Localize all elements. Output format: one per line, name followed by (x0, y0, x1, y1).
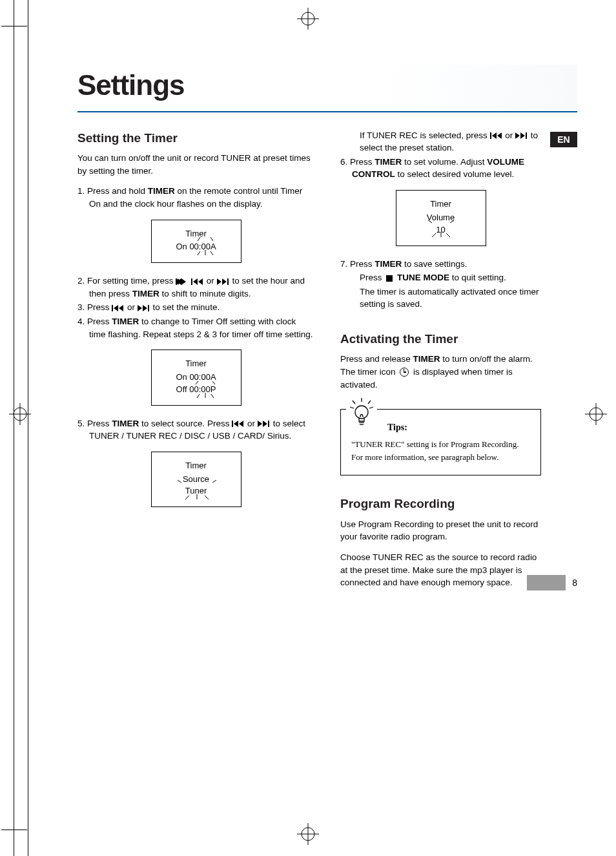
registration-mark-bottom (297, 823, 319, 848)
program-recording-body: Choose TUNER REC as the source to record… (340, 551, 541, 589)
text: 7. Press (340, 259, 375, 269)
svg-marker-27 (222, 278, 227, 285)
page-title: Settings (77, 65, 577, 106)
text-bold: TIMER (375, 259, 402, 269)
svg-line-58 (450, 220, 454, 223)
svg-line-63 (353, 401, 355, 404)
svg-rect-29 (112, 305, 113, 311)
svg-line-66 (369, 407, 373, 408)
svg-rect-23 (191, 278, 192, 285)
program-recording-intro: Use Program Recording to preset the unit… (340, 518, 541, 543)
text-bold: TUNE MODE (395, 273, 449, 282)
svg-rect-56 (526, 132, 527, 139)
display-timer-on-off: Timer On 00:00A Off 00:00P (151, 350, 241, 406)
svg-line-60 (432, 233, 436, 237)
skip-prev-icon (232, 421, 245, 427)
text: or (247, 419, 258, 428)
text: 4. Press (77, 317, 112, 326)
text: 1. Press and hold (77, 186, 148, 196)
text-bold: TIMER (132, 289, 159, 298)
heading-program-recording: Program Recording (340, 495, 541, 513)
text: Press and release (340, 354, 413, 364)
step-6: 6. Press TIMER to set volume. Adjust VOL… (340, 156, 541, 181)
step-4: 4. Press TIMER to change to Timer Off se… (77, 315, 314, 340)
skip-next-icon (217, 278, 230, 285)
svg-marker-31 (119, 305, 123, 311)
language-flag: EN (550, 132, 577, 147)
svg-line-47 (212, 480, 216, 483)
step-7-note: The timer is automatically activated onc… (340, 286, 541, 311)
text-bold: TIMER (375, 157, 402, 167)
right-continuation: If TUNER REC is selected, press or to se… (340, 129, 541, 154)
svg-line-35 (196, 381, 198, 384)
svg-line-64 (368, 401, 371, 404)
clock-icon (400, 368, 409, 377)
display-timer-volume: Timer Volume 10 (396, 190, 486, 246)
text: 6. Press (340, 157, 375, 167)
svg-marker-52 (492, 132, 497, 139)
page-tab-decoration (527, 575, 566, 590)
svg-marker-32 (138, 305, 142, 311)
svg-line-49 (185, 496, 189, 499)
tips-label: Tips: (387, 421, 530, 434)
svg-rect-28 (227, 278, 229, 285)
text: Press (360, 273, 384, 282)
text: 2. For setting time, press (77, 276, 176, 286)
step-1: 1. Press and hold TIMER on the remote co… (77, 185, 314, 210)
page-number-tab: 8 (527, 575, 577, 590)
svg-marker-42 (239, 421, 243, 427)
svg-line-61 (446, 233, 450, 237)
text: to shift to minute digits. (159, 289, 251, 298)
text: to select desired volume level. (395, 169, 515, 179)
text: or (127, 302, 138, 312)
skip-prev-icon (112, 305, 125, 311)
blink-indicator-icon (178, 480, 216, 501)
page-number: 8 (572, 576, 577, 589)
svg-line-15 (198, 251, 200, 255)
text: to select source. Press (139, 419, 232, 428)
display-line: Timer (400, 198, 482, 211)
text: or (207, 276, 217, 286)
svg-marker-24 (193, 278, 198, 285)
step-3: 3. Press or to set the minute. (77, 301, 314, 314)
text: to set the minute. (153, 302, 220, 312)
display-line: Timer (156, 460, 237, 472)
svg-marker-44 (263, 421, 267, 427)
step-5: 5. Press TIMER to select source. Press o… (77, 417, 314, 443)
svg-marker-55 (520, 132, 525, 139)
svg-rect-45 (268, 421, 269, 427)
svg-marker-26 (217, 278, 221, 285)
blink-indicator-icon (191, 237, 220, 256)
svg-rect-51 (490, 132, 491, 139)
svg-line-13 (210, 237, 213, 241)
text-bold: TIMER (112, 317, 139, 326)
svg-line-38 (197, 394, 200, 398)
text: 5. Press (77, 419, 112, 428)
skip-prev-icon (490, 132, 503, 139)
svg-marker-30 (114, 305, 118, 311)
svg-marker-22 (181, 278, 186, 285)
svg-marker-54 (515, 132, 520, 139)
title-bar: Settings (77, 65, 577, 112)
display-line: Timer (156, 358, 237, 370)
skip-next-icon (138, 305, 150, 311)
heading-setting-timer: Setting the Timer (77, 129, 314, 147)
text-bold: TIMER (413, 354, 440, 364)
svg-line-12 (198, 237, 200, 241)
tips-text: "TUNER REC" setting is for Program Recor… (351, 438, 530, 463)
left-column: Setting the Timer You can turn on/off th… (77, 129, 314, 597)
skip-prev-icon (191, 278, 204, 285)
blink-indicator-icon (427, 220, 455, 238)
right-column: If TUNER REC is selected, press or to se… (340, 129, 541, 597)
svg-rect-40 (232, 421, 233, 427)
svg-line-65 (350, 407, 354, 408)
svg-marker-41 (234, 421, 238, 427)
svg-marker-25 (198, 278, 203, 285)
activating-text: Press and release TIMER to turn on/off t… (340, 353, 541, 391)
tips-box: Tips: "TUNER REC" setting is for Program… (340, 409, 541, 475)
text-bold: TIMER (112, 419, 139, 428)
text: to quit setting. (449, 273, 506, 282)
blink-indicator-icon (189, 381, 221, 399)
svg-line-16 (210, 251, 213, 255)
svg-marker-53 (497, 132, 502, 139)
